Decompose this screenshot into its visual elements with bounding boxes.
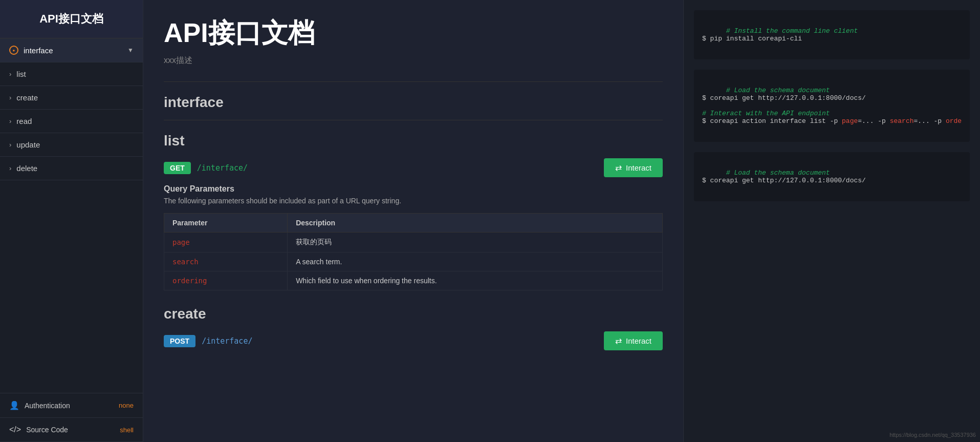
sidebar-footer: 👤 Authentication none </> Source Code sh… [0, 393, 143, 442]
create-code-cmd1: $ coreapi get http://127.0.0.1:8000/docs… [702, 177, 866, 184]
list-endpoint-row: GET /interface/ ⇄ Interact [164, 158, 663, 177]
create-interact-button[interactable]: ⇄ Interact [604, 331, 663, 350]
main-subtitle: xxx描述 [164, 55, 663, 66]
source-label: Source Code [26, 426, 68, 434]
code-panel: # Install the command line client $ pip … [683, 0, 980, 442]
create-code-comment1: # Load the schema document [726, 169, 830, 177]
list-code-comment2: # Interact with the API endpoint [702, 110, 830, 117]
param-desc: 获取的页码 [288, 233, 663, 252]
sidebar-label-list: list [16, 70, 26, 78]
create-section: create POST /interface/ ⇄ Interact [164, 306, 663, 350]
sidebar-item-delete[interactable]: › delete [0, 157, 143, 180]
list-endpoint-path: /interface/ [197, 163, 248, 173]
arrow-right-icon: › [9, 94, 11, 101]
create-endpoint-path: /interface/ [202, 336, 252, 346]
bullet-icon: ● [9, 46, 18, 55]
query-params-desc: The following parameters should be inclu… [164, 197, 663, 205]
list-code-cmd1: $ coreapi get http://127.0.0.1:8000/docs… [702, 94, 866, 102]
arrow-right-icon: › [9, 141, 11, 149]
list-section: list GET /interface/ ⇄ Interact Query Pa… [164, 133, 663, 290]
chevron-down-icon: ▼ [127, 47, 134, 54]
sidebar-label-delete: delete [16, 164, 37, 173]
sidebar-label-interface: interface [24, 46, 53, 55]
person-icon: 👤 [9, 401, 19, 410]
section-interface-heading: interface [164, 94, 663, 111]
post-method-badge: POST [164, 335, 195, 347]
create-endpoint-row: POST /interface/ ⇄ Interact [164, 331, 663, 350]
list-code-cmd2: $ coreapi action interface list -p page=… [702, 117, 962, 125]
params-table: Parameter Description page获取的页码searchA s… [164, 213, 663, 290]
watermark: https://blog.csdn.net/qq_33537936 [889, 432, 976, 438]
install-code-block: # Install the command line client $ pip … [694, 10, 970, 59]
sidebar-item-create[interactable]: › create [0, 86, 143, 110]
main-title: API接口文档 [164, 15, 663, 51]
sidebar-item-interface[interactable]: ● interface ▼ [0, 38, 143, 62]
list-heading: list [164, 133, 663, 149]
code-icon: </> [9, 425, 21, 434]
create-interact-label: Interact [626, 336, 651, 345]
create-code-block: # Load the schema document $ coreapi get… [694, 152, 970, 201]
table-row: page获取的页码 [164, 233, 663, 252]
interact-arrows-icon2: ⇄ [615, 336, 622, 346]
sidebar-item-list[interactable]: › list [0, 62, 143, 86]
sidebar-item-update[interactable]: › update [0, 133, 143, 157]
create-heading: create [164, 306, 663, 322]
col-description: Description [288, 214, 663, 233]
table-row: orderingWhich field to use when ordering… [164, 271, 663, 290]
sidebar-nav: ● interface ▼ › list › create › read › u… [0, 38, 143, 393]
sidebar-footer-auth[interactable]: 👤 Authentication none [0, 393, 143, 418]
sidebar-label-update: update [16, 140, 40, 149]
install-comment: # Install the command line client [726, 27, 858, 35]
source-badge: shell [120, 426, 134, 434]
sidebar-item-read[interactable]: › read [0, 110, 143, 133]
sidebar-label-read: read [16, 117, 32, 125]
sidebar-footer-source[interactable]: </> Source Code shell [0, 418, 143, 442]
sidebar: API接口文档 ● interface ▼ › list › create › … [0, 0, 143, 442]
param-name: page [164, 233, 288, 252]
get-method-badge: GET [164, 162, 191, 174]
param-name: ordering [164, 271, 288, 290]
col-parameter: Parameter [164, 214, 288, 233]
param-name: search [164, 252, 288, 271]
main-area: API接口文档 xxx描述 interface list GET /interf… [143, 0, 980, 442]
sidebar-title: API接口文档 [0, 0, 143, 38]
auth-label: Authentication [25, 402, 70, 410]
install-cmd: $ pip install coreapi-cli [702, 35, 802, 43]
list-code-block: # Load the schema document $ coreapi get… [694, 70, 970, 142]
list-interact-button[interactable]: ⇄ Interact [604, 158, 663, 177]
list-interact-label: Interact [626, 163, 651, 172]
list-code-comment1: # Load the schema document [726, 87, 830, 94]
query-params-title: Query Parameters [164, 184, 663, 194]
param-desc: A search term. [288, 252, 663, 271]
table-row: searchA search term. [164, 252, 663, 271]
arrow-right-icon: › [9, 70, 11, 78]
interact-arrows-icon: ⇄ [615, 163, 622, 173]
auth-badge: none [119, 402, 134, 409]
param-desc: Which field to use when ordering the res… [288, 271, 663, 290]
arrow-right-icon: › [9, 164, 11, 172]
arrow-right-icon: › [9, 117, 11, 125]
main-content: API接口文档 xxx描述 interface list GET /interf… [143, 0, 683, 442]
sidebar-label-create: create [16, 93, 38, 102]
